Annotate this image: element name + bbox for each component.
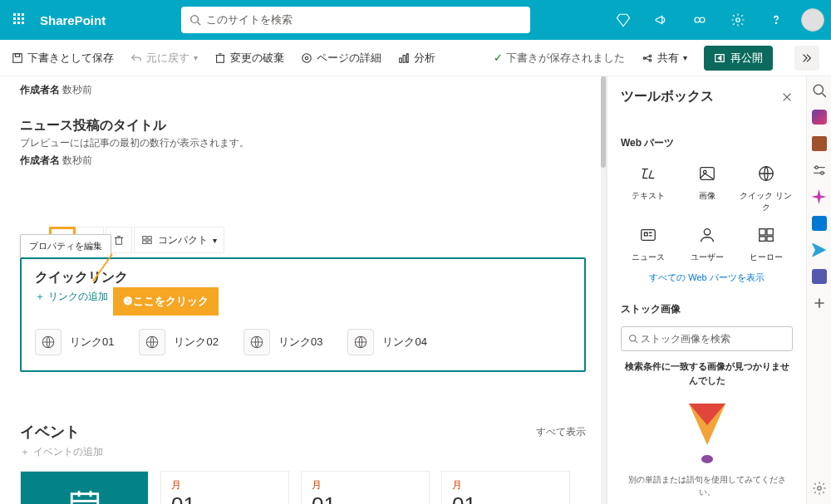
- globe-icon: [243, 329, 270, 355]
- save-draft-button[interactable]: 下書きとして保存: [12, 51, 114, 66]
- webpart-news[interactable]: ニュース: [621, 222, 675, 263]
- republish-icon: [714, 52, 725, 64]
- svg-point-10: [302, 53, 312, 62]
- link-icon[interactable]: [681, 0, 718, 40]
- briefcase-app-icon[interactable]: [812, 136, 827, 151]
- svg-point-37: [704, 229, 710, 235]
- toolbox-panel: ツールボックス Web パーツ テキスト 画像 クイック リンク ニュース ユー…: [607, 76, 806, 504]
- quick-link-item[interactable]: リンク01: [35, 329, 114, 355]
- app-launcher[interactable]: [7, 7, 33, 33]
- search-icon: [189, 14, 201, 26]
- page-canvas: 作成者名 数秒前 ニュース投稿のタイトル プレビューには記事の最初の数行が表示さ…: [0, 76, 607, 504]
- collapse-panel-button[interactable]: [794, 46, 819, 71]
- details-icon: [301, 52, 312, 64]
- svg-point-42: [630, 335, 637, 342]
- webparts-header: Web パーツ: [621, 136, 793, 150]
- svg-rect-27: [148, 241, 151, 244]
- add-link-button[interactable]: ＋ リンクの追加: [35, 290, 108, 304]
- republish-button[interactable]: 再公開: [704, 46, 773, 71]
- svg-rect-14: [407, 53, 409, 62]
- event-card-primary[interactable]: [20, 471, 149, 504]
- share-button[interactable]: 共有 ▾: [642, 51, 687, 66]
- svg-rect-23: [116, 237, 122, 244]
- events-seeall[interactable]: すべて表示: [536, 425, 586, 439]
- events-title: イベント: [20, 422, 80, 442]
- panel-title: ツールボックス: [621, 88, 714, 105]
- svg-point-4: [700, 17, 705, 22]
- layout-dropdown[interactable]: コンパクト ▾: [134, 227, 224, 253]
- sliders-app-icon[interactable]: [812, 163, 827, 178]
- news-title: ニュース投稿のタイトル: [20, 117, 586, 135]
- discard-button[interactable]: 変更の破棄: [214, 51, 284, 66]
- outlook-app-icon[interactable]: [812, 216, 827, 231]
- svg-rect-41: [766, 237, 772, 242]
- layout-icon: [141, 234, 153, 246]
- calendar-icon: [67, 487, 102, 504]
- rail-settings-icon[interactable]: [812, 481, 827, 496]
- author-line-news: 作成者名 数秒前: [20, 154, 586, 168]
- svg-rect-26: [143, 241, 146, 244]
- megaphone-icon[interactable]: [643, 0, 680, 40]
- svg-line-45: [822, 93, 826, 97]
- news-webpart[interactable]: ニュース投稿のタイトル プレビューには記事の最初の数行が表示されます。 作成者名…: [20, 117, 586, 168]
- help-icon[interactable]: [758, 0, 794, 40]
- stock-images-header: ストック画像: [621, 302, 793, 316]
- svg-point-0: [190, 16, 198, 23]
- add-app-icon[interactable]: [812, 296, 827, 311]
- event-card[interactable]: 月01: [160, 471, 289, 504]
- svg-rect-7: [13, 53, 22, 62]
- add-event-button[interactable]: ＋ イベントの追加: [20, 445, 103, 459]
- globe-icon: [347, 329, 374, 355]
- search-input[interactable]: このサイトを検索: [181, 7, 530, 33]
- user-icon: [698, 226, 716, 244]
- scrollbar[interactable]: [601, 76, 606, 504]
- suite-bar: SharePoint このサイトを検索: [0, 0, 831, 40]
- svg-rect-24: [143, 237, 146, 240]
- page-details-button[interactable]: ページの詳細: [301, 51, 381, 66]
- news-preview: プレビューには記事の最初の数行が表示されます。: [20, 136, 586, 150]
- undo-button[interactable]: 元に戻す ▾: [130, 51, 198, 66]
- premium-icon[interactable]: [605, 0, 642, 40]
- teams-app-icon[interactable]: [812, 269, 827, 284]
- author-line-top: 作成者名 数秒前: [20, 83, 586, 97]
- svg-rect-40: [759, 237, 765, 242]
- search-icon: [628, 334, 638, 344]
- webpart-user[interactable]: ユーザー: [680, 222, 734, 263]
- svg-point-11: [305, 56, 308, 60]
- svg-rect-36: [641, 230, 655, 241]
- quick-link-item[interactable]: リンク03: [243, 329, 322, 355]
- copilot-app-icon[interactable]: [812, 110, 827, 125]
- webpart-hero[interactable]: ヒーロー: [739, 222, 793, 263]
- search-placeholder: このサイトを検索: [206, 12, 293, 27]
- svg-rect-12: [400, 58, 402, 62]
- send-app-icon[interactable]: [812, 242, 827, 257]
- webpart-text[interactable]: テキスト: [621, 160, 675, 213]
- analytics-button[interactable]: 分析: [398, 51, 435, 66]
- event-card[interactable]: 月01: [441, 471, 570, 504]
- stock-no-results: 検索条件に一致する画像が見つかりませんでした: [621, 360, 793, 387]
- search-app-icon[interactable]: [812, 83, 827, 98]
- avatar[interactable]: [801, 8, 824, 32]
- stock-search-input[interactable]: ストック画像を検索: [621, 326, 793, 351]
- svg-rect-8: [15, 53, 19, 56]
- save-status: 下書きが保存されました: [494, 51, 625, 66]
- webpart-quicklinks[interactable]: クイック リンク: [739, 160, 793, 213]
- close-icon[interactable]: [781, 91, 793, 103]
- event-card[interactable]: 月01: [301, 471, 430, 504]
- svg-point-3: [695, 17, 700, 22]
- image-icon: [698, 164, 716, 183]
- discard-icon: [214, 52, 226, 64]
- events-webpart[interactable]: イベント すべて表示 ＋ イベントの追加 月01 月01 月01: [20, 422, 586, 504]
- svg-point-5: [736, 18, 740, 22]
- svg-marker-2: [617, 14, 630, 26]
- quick-link-item[interactable]: リンク04: [347, 329, 426, 355]
- quicklinks-webpart[interactable]: クイックリンク ＋ リンクの追加 ❷ここをクリック リンク01 リンク02 リン…: [20, 257, 586, 372]
- undo-icon: [130, 52, 142, 64]
- webpart-image[interactable]: 画像: [680, 160, 734, 213]
- app-rail: [806, 76, 831, 504]
- sparkle-app-icon[interactable]: [812, 189, 827, 204]
- see-all-webparts[interactable]: すべての Web パーツを表示: [621, 272, 793, 284]
- settings-icon[interactable]: [720, 0, 756, 40]
- quick-link-item[interactable]: リンク02: [139, 329, 218, 355]
- news-icon: [639, 226, 657, 244]
